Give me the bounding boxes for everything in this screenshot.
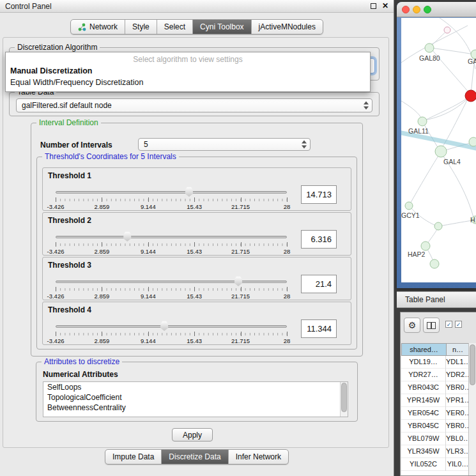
threshold-value-field[interactable]: 21.4	[301, 275, 337, 293]
threshold-value-field[interactable]: 6.316	[301, 230, 337, 249]
cell-name: YLR3…	[446, 445, 470, 458]
slider-thumb[interactable]	[234, 276, 242, 286]
number-of-intervals-combobox[interactable]: 5	[138, 138, 311, 151]
table-row[interactable]: YER054CYER0…	[401, 407, 470, 420]
network-edge[interactable]	[431, 30, 447, 47]
algorithm-option-equal-width-frequency-discretization[interactable]: Equal Width/Frequency Discretization	[6, 77, 370, 88]
table-row[interactable]: YLR345WYLR3…	[401, 445, 470, 458]
table-row[interactable]: YIL052CYIL0…	[401, 458, 470, 471]
float-window-icon[interactable]	[371, 3, 376, 9]
table-settings-button[interactable]: ⚙	[404, 318, 420, 333]
tab-discretize-data[interactable]: Discretize Data	[161, 450, 227, 464]
slider-track	[56, 191, 287, 194]
attributes-list[interactable]: SelfLoopsTopologicalCoefficientBetweenne…	[43, 381, 348, 417]
attribute-list-item[interactable]: TopologicalCoefficient	[43, 392, 348, 403]
network-node[interactable]	[469, 137, 476, 146]
control-panel-tab-bar: NetworkStyleSelectCyni ToolboxjActiveMNo…	[0, 19, 394, 35]
slider-tick-labels: -3.4262.8599.14415.4321.71528	[56, 248, 287, 255]
network-node-gal80[interactable]	[425, 43, 434, 52]
network-node-gal4[interactable]	[435, 146, 447, 157]
select-all-checkbox-icon[interactable]: ✓	[445, 321, 452, 328]
attribute-list-item[interactable]: BetweennessCentrality	[43, 403, 348, 413]
network-edge[interactable]	[422, 96, 471, 121]
tab-select[interactable]: Select	[157, 20, 192, 34]
threshold-label: Threshold 4	[48, 305, 91, 314]
network-node[interactable]	[430, 259, 439, 268]
tab-label: Network	[89, 22, 118, 31]
network-node-gcy1[interactable]	[405, 202, 413, 210]
select-column-checkbox-icon[interactable]: ✓	[455, 321, 462, 328]
table-row[interactable]: YPR145WYPR1…	[401, 394, 470, 407]
threshold-slider[interactable]	[56, 321, 287, 332]
threshold-panel-1: Threshold 1-3.4262.8599.14415.4321.71528…	[42, 167, 351, 211]
slider-thumb[interactable]	[185, 187, 193, 197]
table-scrollbar[interactable]	[468, 343, 476, 475]
tab-style[interactable]: Style	[125, 20, 157, 34]
table-row[interactable]: YDR27…YDR2…	[401, 369, 470, 381]
cell-name: YDR2…	[446, 369, 470, 381]
algorithm-option-manual-discretization[interactable]: Manual Discretization	[6, 65, 370, 77]
slider-thumb[interactable]	[160, 321, 169, 331]
network-edge[interactable]	[422, 98, 467, 121]
tab-cyni-toolbox[interactable]: Cyni Toolbox	[192, 20, 250, 34]
cell-name: YDL1…	[446, 356, 470, 369]
table-row[interactable]: YBR043CYBR0…	[401, 381, 470, 394]
column-header-name[interactable]: n…	[446, 343, 470, 356]
threshold-slider[interactable]	[56, 277, 287, 287]
tick-label: -3.426	[47, 203, 65, 210]
list-scrollbar[interactable]	[340, 382, 348, 417]
cell-shared-name: YBR043C	[401, 381, 446, 394]
scrollbar-thumb[interactable]	[470, 344, 475, 385]
window-buttons: ✕	[371, 3, 388, 10]
mac-zoom-button[interactable]	[424, 6, 431, 13]
cell-shared-name: YBR045C	[401, 420, 446, 433]
network-node[interactable]	[434, 222, 442, 230]
network-node[interactable]	[465, 90, 476, 102]
network-edge[interactable]	[431, 48, 474, 54]
mac-minimize-button[interactable]	[413, 6, 420, 13]
tick-mark	[56, 242, 56, 247]
column-header-shared-name[interactable]: shared…	[401, 343, 447, 356]
attribute-list-item[interactable]: SelfLoops	[43, 382, 348, 392]
threshold-value-field[interactable]: 11.344	[301, 319, 337, 338]
table-row[interactable]: YDL19…YDL1…	[401, 356, 470, 369]
cell-shared-name: YBL079W	[401, 433, 446, 445]
network-node[interactable]	[444, 27, 450, 33]
apply-button[interactable]: Apply	[172, 428, 213, 441]
table-data-combobox[interactable]: galFiltered.sif default node	[16, 98, 372, 112]
mac-close-button[interactable]	[402, 6, 410, 13]
network-edge[interactable]	[401, 101, 422, 120]
slider-track	[56, 236, 287, 238]
tab-impute-data[interactable]: Impute Data	[105, 450, 161, 464]
threshold-slider[interactable]	[56, 187, 287, 197]
tick-mark	[287, 332, 288, 336]
tick-mark	[102, 197, 102, 202]
table-data-value: galFiltered.sif default node	[22, 101, 112, 110]
tab-network[interactable]: Network	[71, 20, 125, 34]
tick-label: -3.426	[47, 293, 65, 300]
tab-label: Style	[132, 22, 150, 31]
tick-label: 15.43	[187, 203, 202, 210]
threshold-slider[interactable]	[56, 232, 287, 242]
network-graph[interactable]: GAL80GA…GAL11GAL4GCY1H…HAP2	[401, 18, 476, 282]
network-node-hap2[interactable]	[421, 242, 430, 250]
tab-infer-network[interactable]: Infer Network	[228, 450, 288, 464]
network-edge[interactable]	[438, 220, 473, 226]
network-node-label: GCY1	[401, 211, 420, 219]
network-node-gal11[interactable]	[418, 117, 427, 126]
network-node-label: GA…	[468, 58, 476, 65]
table-row[interactable]: YBL079WYBL0…	[401, 433, 470, 445]
network-canvas[interactable]: GAL80GA…GAL11GAL4GCY1H…HAP2	[401, 18, 476, 282]
table-row[interactable]: YBR045CYBR0…	[401, 420, 470, 433]
network-edge[interactable]	[409, 156, 438, 206]
popup-header: Select algorithm to view settings	[6, 52, 370, 65]
show-columns-button[interactable]	[423, 318, 440, 333]
tab-jactivemnodules[interactable]: jActiveMNodules	[251, 20, 323, 34]
close-window-icon[interactable]: ✕	[382, 3, 388, 10]
tick-label: 2.859	[95, 293, 110, 300]
scrollbar-thumb[interactable]	[341, 383, 347, 412]
slider-thumb[interactable]	[123, 231, 132, 242]
threshold-value-field[interactable]: 14.713	[301, 185, 337, 204]
table-panel-header-bar: Table Panel	[397, 291, 476, 308]
slider-ticks	[56, 243, 287, 246]
